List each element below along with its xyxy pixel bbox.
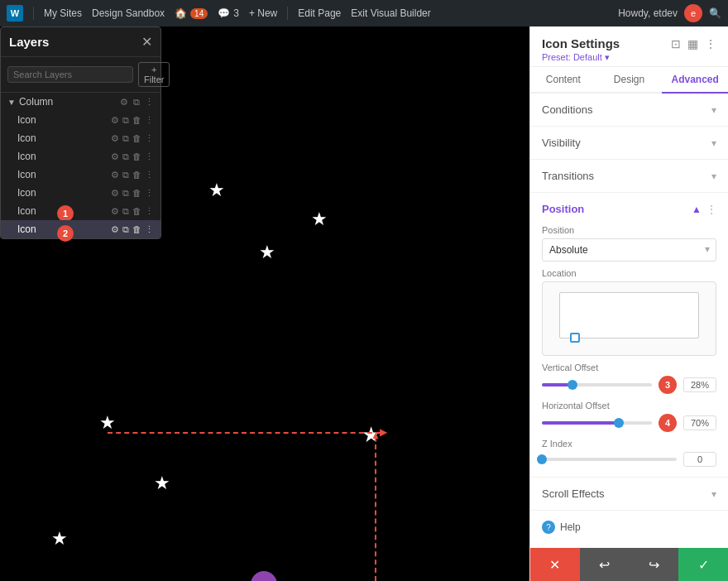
exit-vb-button[interactable]: Exit Visual Builder xyxy=(351,7,431,19)
horizontal-offset-track[interactable] xyxy=(542,421,652,425)
visibility-section[interactable]: Visibility ▾ xyxy=(530,127,728,160)
help-icon: ? xyxy=(542,521,555,534)
layers-icon-1[interactable]: Icon ⚙ ⧉ 🗑 ⋮ xyxy=(1,111,160,129)
layer-more-icon-2[interactable]: ⋮ xyxy=(145,133,154,144)
tab-content[interactable]: Content xyxy=(530,67,596,94)
layer-settings-icon-6[interactable]: ⚙ xyxy=(111,206,119,217)
layers-icon-3[interactable]: Icon ⚙ ⧉ 🗑 ⋮ xyxy=(1,147,160,166)
vertical-offset-thumb[interactable] xyxy=(568,380,577,390)
layer-trash-icon-4[interactable]: 🗑 xyxy=(132,170,141,180)
layer-more-icon-7[interactable]: ⋮ xyxy=(145,224,154,235)
conditions-section[interactable]: Conditions ▾ xyxy=(530,94,728,127)
design-sandbox[interactable]: Design Sandbox xyxy=(92,7,165,19)
layer-copy-icon-4[interactable]: ⧉ xyxy=(122,170,129,180)
undo-button[interactable]: ↩ xyxy=(580,548,630,581)
vertical-offset-row: 3 28% xyxy=(542,376,716,394)
my-sites[interactable]: My Sites xyxy=(44,7,82,19)
layer-trash-icon-6[interactable]: 🗑 xyxy=(132,206,141,216)
save-button[interactable]: ✓ xyxy=(678,548,728,581)
scroll-effects-section[interactable]: Scroll Effects ▾ xyxy=(530,478,728,511)
layer-trash-icon-2[interactable]: 🗑 xyxy=(132,133,141,143)
layer-more-icon-6[interactable]: ⋮ xyxy=(145,206,154,217)
z-index-thumb[interactable] xyxy=(537,454,547,464)
column-settings-icon[interactable]: ⚙ xyxy=(120,97,128,108)
tab-design[interactable]: Design xyxy=(596,67,663,94)
horizontal-offset-label: Horizontal Offset xyxy=(542,401,716,411)
horizontal-offset-thumb[interactable] xyxy=(614,418,624,428)
layer-settings-icon-5[interactable]: ⚙ xyxy=(111,188,119,199)
layer-settings-icon-7[interactable]: ⚙ xyxy=(111,224,119,235)
wp-logo[interactable]: W xyxy=(7,5,23,22)
layers-column-item[interactable]: ▼ Column ⚙ ⧉ ⋮ xyxy=(1,93,160,111)
layer-actions-4: ⚙ ⧉ 🗑 ⋮ xyxy=(111,170,154,180)
panel-resize-icon[interactable]: ⊡ xyxy=(671,37,681,50)
comments-item[interactable]: 💬 3 xyxy=(218,7,239,19)
layers-icon-5[interactable]: Icon ⚙ ⧉ 🗑 ⋮ xyxy=(1,184,160,202)
layer-trash-icon-7[interactable]: 🗑 xyxy=(132,224,141,234)
layer-copy-icon-5[interactable]: ⧉ xyxy=(122,188,129,199)
layers-search-input[interactable] xyxy=(7,66,133,83)
redo-button[interactable]: ↪ xyxy=(630,548,679,581)
layer-label-1: Icon xyxy=(17,114,111,126)
new-button[interactable]: + New xyxy=(249,7,277,19)
save-icon: ✓ xyxy=(698,557,709,573)
layer-more-icon-5[interactable]: ⋮ xyxy=(145,188,154,199)
layers-close-button[interactable]: ✕ xyxy=(141,34,152,50)
layer-more-icon-4[interactable]: ⋮ xyxy=(145,170,154,180)
help-row[interactable]: ? Help xyxy=(530,511,728,544)
layer-actions-1: ⚙ ⧉ 🗑 ⋮ xyxy=(111,115,154,126)
layer-copy-icon-6[interactable]: ⧉ xyxy=(122,206,129,217)
search-icon[interactable]: 🔍 xyxy=(709,7,721,19)
layer-settings-icon-3[interactable]: ⚙ xyxy=(111,151,119,162)
column-copy-icon[interactable]: ⧉ xyxy=(133,97,140,108)
panel-tabs: Content Design Advanced xyxy=(530,67,728,94)
purple-dot[interactable]: ... xyxy=(251,571,277,581)
horizontal-offset-value[interactable]: 70% xyxy=(683,415,716,430)
layer-more-icon-3[interactable]: ⋮ xyxy=(145,151,154,162)
canvas[interactable]: ★ ★ ★ ★ ★ ★ ★ ... Layers ✕ + Filter xyxy=(0,26,529,581)
vertical-offset-value[interactable]: 28% xyxy=(683,377,716,392)
layers-icon-2[interactable]: Icon ⚙ ⧉ 🗑 ⋮ xyxy=(1,129,160,147)
layer-settings-icon-2[interactable]: ⚙ xyxy=(111,133,119,144)
layer-copy-icon-2[interactable]: ⧉ xyxy=(122,133,129,144)
location-dot[interactable] xyxy=(570,333,580,343)
column-more-icon[interactable]: ⋮ xyxy=(145,97,154,108)
layer-settings-icon-4[interactable]: ⚙ xyxy=(111,170,119,180)
position-header[interactable]: Position ▲ ⋮ xyxy=(530,193,728,218)
z-index-value[interactable]: 0 xyxy=(683,452,716,467)
vertical-offset-track[interactable] xyxy=(542,383,652,387)
layers-filter-button[interactable]: + Filter xyxy=(138,62,170,87)
panel-more-icon[interactable]: ⋮ xyxy=(705,37,716,50)
layers-icon-7[interactable]: Icon ⚙ ⧉ 🗑 ⋮ 2 xyxy=(1,220,160,238)
position-title: Position xyxy=(542,203,584,215)
cancel-button[interactable]: ✕ xyxy=(530,548,580,581)
panel-preset[interactable]: Preset: Default ▾ xyxy=(542,52,716,63)
panel-body: Conditions ▾ Visibility ▾ Transitions ▾ … xyxy=(530,94,728,548)
edit-page-button[interactable]: Edit Page xyxy=(298,7,341,19)
layer-copy-icon-7[interactable]: ⧉ xyxy=(122,224,129,235)
separator-2 xyxy=(287,7,288,20)
layer-more-icon-1[interactable]: ⋮ xyxy=(145,115,154,126)
layer-trash-icon-3[interactable]: 🗑 xyxy=(132,151,141,161)
transitions-section[interactable]: Transitions ▾ xyxy=(530,160,728,193)
location-grid[interactable] xyxy=(542,281,716,356)
layer-copy-icon-3[interactable]: ⧉ xyxy=(122,151,129,162)
position-collapse-icon[interactable]: ▲ xyxy=(692,204,702,215)
tab-advanced[interactable]: Advanced xyxy=(662,67,728,94)
position-select[interactable]: Absolute Static Relative Fixed Sticky xyxy=(542,238,716,262)
layer-label-3: Icon xyxy=(17,151,111,162)
layer-trash-icon-1[interactable]: 🗑 xyxy=(132,115,141,125)
count-badge: 14 xyxy=(190,8,208,19)
layer-copy-icon-1[interactable]: ⧉ xyxy=(122,115,129,126)
panel-columns-icon[interactable]: ▦ xyxy=(687,37,698,50)
layers-icon-6[interactable]: Icon ⚙ ⧉ 🗑 ⋮ 1 xyxy=(1,202,160,220)
star-3: ★ xyxy=(259,243,275,262)
layer-settings-icon-1[interactable]: ⚙ xyxy=(111,115,119,126)
cancel-icon: ✕ xyxy=(549,557,560,573)
z-index-track[interactable] xyxy=(542,458,677,461)
layer-trash-icon-5[interactable]: 🗑 xyxy=(132,188,141,198)
count-item[interactable]: 🏠 14 xyxy=(175,7,208,19)
layers-icon-4[interactable]: Icon ⚙ ⧉ 🗑 ⋮ xyxy=(1,166,160,184)
position-more-icon[interactable]: ⋮ xyxy=(706,204,716,215)
layers-panel: Layers ✕ + Filter ▼ Column ⚙ ⧉ ⋮ xyxy=(0,26,161,239)
